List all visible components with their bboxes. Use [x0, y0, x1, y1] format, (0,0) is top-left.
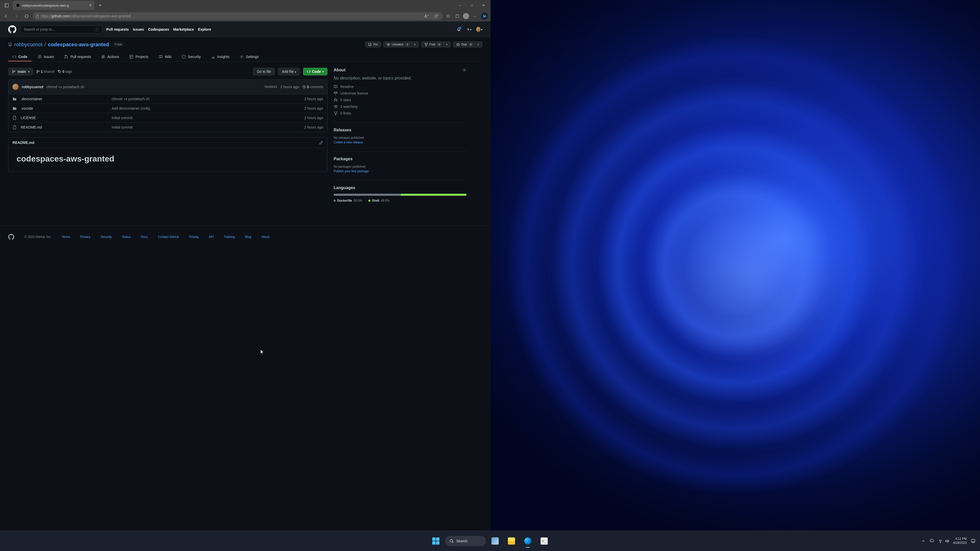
branch-select-button[interactable]: main ▾ [8, 68, 33, 75]
readme-link[interactable]: Readme [334, 84, 466, 89]
network-volume-group[interactable] [939, 539, 949, 543]
menu-icon[interactable]: ⋯ [471, 13, 478, 20]
fork-button[interactable]: Fork 0 ▾ [421, 41, 451, 48]
add-file-button[interactable]: Add file ▾ [278, 68, 300, 75]
watching-link[interactable]: 1 watching [334, 105, 466, 108]
readme-heading: codespaces-aws-granted [17, 154, 319, 164]
back-button[interactable] [2, 12, 10, 20]
forks-link[interactable]: 0 forks [334, 111, 466, 115]
star-button[interactable]: Star 0 ▾ [453, 41, 482, 48]
commit-message[interactable]: chmod +x postattach.sh [46, 85, 84, 89]
file-explorer-button[interactable] [504, 534, 519, 548]
commit-author-avatar[interactable] [13, 84, 19, 90]
bing-chat-icon[interactable] [480, 12, 488, 20]
maximize-button[interactable]: □ [466, 1, 478, 10]
taskbar-clock[interactable]: 4:11 PM 4/19/2023 [953, 537, 967, 545]
close-button[interactable]: ✕ [478, 1, 490, 10]
footer-link-training[interactable]: Training [224, 235, 235, 239]
chevron-down-icon[interactable]: ▾ [412, 43, 416, 46]
lang-item-dockerfile[interactable]: Dockerfile 50.5% [334, 199, 362, 202]
taskbar-center: Search >_ [429, 534, 551, 548]
tab-close-icon[interactable]: × [89, 3, 91, 8]
footer-link-terms[interactable]: Terms [62, 235, 70, 239]
favorites-add-icon[interactable] [432, 13, 439, 20]
footer-link-blog[interactable]: Blog [245, 235, 251, 239]
github-footer-logo-icon[interactable] [8, 234, 14, 240]
nav-explore[interactable]: Explore [198, 27, 211, 32]
github-logo-icon[interactable] [8, 25, 16, 33]
read-aloud-icon[interactable]: A⁺ [423, 13, 430, 20]
profile-icon[interactable] [463, 13, 469, 19]
notifications-icon[interactable] [456, 26, 462, 32]
file-row[interactable]: .vscode Add devcontainer config 2 hours … [8, 104, 327, 113]
tab-insights[interactable]: Insights [207, 53, 234, 61]
commit-sha[interactable]: 36d8643 [264, 85, 277, 89]
file-row[interactable]: LICENSE Initial commit 2 hours ago [8, 113, 327, 123]
footer-link-privacy[interactable]: Privacy [80, 235, 90, 239]
minimize-button[interactable]: ─ [454, 1, 466, 10]
create-new-button[interactable]: +▾ [466, 26, 472, 32]
footer-link-api[interactable]: API [209, 235, 213, 239]
favorites-icon[interactable] [444, 13, 452, 20]
commit-author-link[interactable]: robbycuenot [22, 85, 43, 89]
edit-readme-icon[interactable] [319, 140, 323, 145]
readme-filename[interactable]: README.md [13, 140, 319, 145]
tab-code[interactable]: Code [8, 53, 32, 61]
address-bar[interactable]: https://github.com/robbycuenot/codespace… [33, 12, 442, 20]
tab-projects[interactable]: Projects [125, 53, 153, 61]
chevron-down-icon[interactable]: ▾ [475, 43, 479, 46]
nav-codespaces[interactable]: Codespaces [148, 27, 169, 32]
lang-item-shell[interactable]: Shell 49.5% [368, 199, 390, 202]
footer-link-contact[interactable]: Contact GitHub [158, 235, 179, 239]
github-search-input[interactable]: Search or jump to... / [21, 25, 102, 33]
terminal-button[interactable]: >_ [537, 534, 551, 548]
footer-link-docs[interactable]: Docs [141, 235, 148, 239]
tab-issues[interactable]: Issues [33, 53, 58, 61]
notifications-button[interactable] [971, 538, 976, 544]
watch-button[interactable]: Unwatch 1 ▾ [383, 41, 419, 48]
publish-package-link[interactable]: Publish your first package [334, 169, 466, 173]
nav-pull-requests[interactable]: Pull requests [106, 27, 129, 32]
browser-tab[interactable]: robbycuenot/codespaces-aws-g × [13, 1, 94, 10]
tab-security[interactable]: Security [178, 53, 205, 61]
user-menu-button[interactable]: ▾ [476, 26, 482, 32]
tray-overflow-icon[interactable] [921, 539, 926, 543]
new-tab-button[interactable]: + [96, 1, 104, 10]
nav-issues[interactable]: Issues [133, 27, 144, 32]
collections-icon[interactable] [454, 13, 461, 20]
file-row[interactable]: README.md Initial commit 2 hours ago [8, 123, 327, 132]
packages-title[interactable]: Packages [334, 157, 466, 161]
tab-actions[interactable]: Actions [97, 53, 123, 61]
file-row[interactable]: .devcontainer chmod +x postattach.sh 2 h… [8, 94, 327, 104]
taskbar-search[interactable]: Search [445, 536, 486, 546]
repo-owner-link[interactable]: robbycuenot [14, 41, 42, 48]
create-release-link[interactable]: Create a new release [334, 140, 466, 144]
tab-pull-requests[interactable]: Pull requests [60, 53, 95, 61]
footer-link-pricing[interactable]: Pricing [189, 235, 199, 239]
onedrive-icon[interactable] [930, 539, 934, 543]
tags-link[interactable]: 0 tags [58, 70, 72, 73]
stars-link[interactable]: 0 stars [334, 98, 466, 102]
footer-link-security[interactable]: Security [101, 235, 111, 239]
tab-settings[interactable]: Settings [235, 53, 263, 61]
code-download-button[interactable]: Code ▾ [303, 68, 328, 75]
license-link[interactable]: Unlicense license [334, 91, 466, 96]
tab-actions-icon[interactable] [3, 1, 11, 10]
releases-title[interactable]: Releases [334, 128, 466, 132]
refresh-button[interactable] [22, 12, 31, 20]
footer-link-status[interactable]: Status [122, 235, 130, 239]
about-settings-icon[interactable] [462, 68, 466, 72]
branches-link[interactable]: 1 branch [36, 70, 55, 73]
tab-wiki[interactable]: Wiki [154, 53, 175, 61]
go-to-file-button[interactable]: Go to file [253, 68, 275, 75]
pin-button[interactable]: Pin [365, 41, 381, 48]
repo-name-link[interactable]: codespaces-aws-granted [48, 41, 109, 48]
nav-marketplace[interactable]: Marketplace [173, 27, 194, 32]
task-view-button[interactable] [488, 534, 502, 548]
edge-browser-button[interactable] [521, 534, 535, 548]
chevron-down-icon[interactable]: ▾ [444, 43, 448, 46]
commits-link[interactable]: 3 commits [302, 85, 323, 89]
footer-link-about[interactable]: About [261, 235, 269, 239]
forward-button[interactable] [12, 12, 21, 20]
start-button[interactable] [429, 534, 443, 548]
